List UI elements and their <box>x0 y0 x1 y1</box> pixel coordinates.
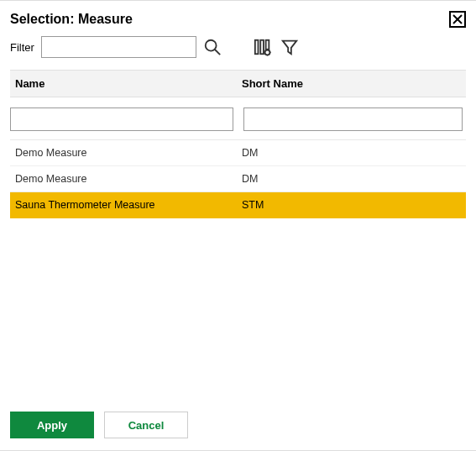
table-body: Demo MeasureDMDemo MeasureDMSauna Thermo… <box>10 140 466 218</box>
columns-settings-button[interactable] <box>252 36 274 58</box>
svg-rect-5 <box>260 40 264 55</box>
close-icon <box>452 14 463 24</box>
column-header-name[interactable]: Name <box>10 71 237 97</box>
dialog-footer: Apply Cancel <box>10 406 466 438</box>
filter-row: Filter <box>10 36 466 58</box>
filter-label: Filter <box>10 41 34 54</box>
results-table: Name Short Name Demo MeasureDMDemo Measu… <box>10 70 466 218</box>
table-row[interactable]: Demo MeasureDM <box>10 140 466 166</box>
cell-short-name: DM <box>237 140 466 165</box>
svg-point-7 <box>264 50 269 55</box>
svg-line-3 <box>215 50 220 55</box>
search-icon <box>203 38 222 56</box>
column-filter-name[interactable] <box>10 108 233 131</box>
column-filter-short-name[interactable] <box>243 108 463 131</box>
search-button[interactable] <box>201 36 223 58</box>
cell-name: Demo Measure <box>10 166 237 191</box>
cell-short-name: STM <box>237 192 466 218</box>
svg-point-2 <box>206 40 217 51</box>
funnel-icon <box>280 38 299 56</box>
close-button[interactable] <box>449 11 466 28</box>
table-header: Name Short Name <box>10 70 466 97</box>
filter-button[interactable] <box>279 36 301 58</box>
apply-button[interactable]: Apply <box>10 412 94 438</box>
cancel-button[interactable]: Cancel <box>104 412 188 438</box>
svg-rect-6 <box>266 40 269 50</box>
table-row[interactable]: Demo MeasureDM <box>10 166 466 192</box>
column-filter-row <box>10 97 466 140</box>
selection-dialog: Selection: Measure Filter <box>0 0 476 451</box>
column-header-short-name[interactable]: Short Name <box>237 71 466 97</box>
filter-input[interactable] <box>41 36 196 58</box>
columns-gear-icon <box>254 38 272 56</box>
svg-rect-4 <box>255 40 259 55</box>
table-row[interactable]: Sauna Thermometer MeasureSTM <box>10 192 466 218</box>
dialog-header: Selection: Measure <box>10 11 466 28</box>
cell-short-name: DM <box>237 166 466 191</box>
cell-name: Demo Measure <box>10 140 237 165</box>
dialog-title: Selection: Measure <box>10 12 133 27</box>
cell-name: Sauna Thermometer Measure <box>10 192 237 218</box>
